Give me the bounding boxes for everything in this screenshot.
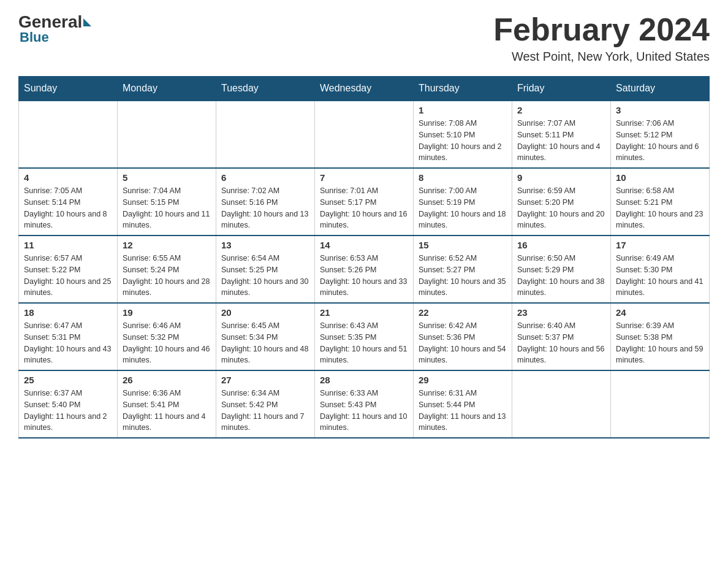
day-number: 18: [24, 307, 112, 318]
day-info: Sunrise: 6:46 AMSunset: 5:32 PMDaylight:…: [123, 320, 211, 366]
calendar-day-header: Tuesday: [216, 77, 315, 101]
calendar-header-row: SundayMondayTuesdayWednesdayThursdayFrid…: [19, 77, 710, 101]
calendar-cell: 1Sunrise: 7:08 AMSunset: 5:10 PMDaylight…: [414, 101, 512, 168]
day-number: 5: [123, 172, 211, 183]
day-number: 15: [419, 240, 507, 250]
calendar-cell: [315, 101, 414, 168]
calendar-cell: 10Sunrise: 6:58 AMSunset: 5:21 PMDayligh…: [611, 168, 710, 236]
calendar-cell: 11Sunrise: 6:57 AMSunset: 5:22 PMDayligh…: [19, 236, 118, 303]
day-info: Sunrise: 7:05 AMSunset: 5:14 PMDaylight:…: [24, 185, 112, 231]
calendar-cell: [611, 370, 710, 438]
day-number: 4: [24, 172, 112, 183]
day-info: Sunrise: 6:34 AMSunset: 5:42 PMDaylight:…: [221, 388, 309, 434]
calendar-cell: 28Sunrise: 6:33 AMSunset: 5:43 PMDayligh…: [315, 370, 414, 438]
calendar-cell: 19Sunrise: 6:46 AMSunset: 5:32 PMDayligh…: [118, 303, 216, 370]
day-number: 28: [320, 375, 408, 385]
calendar-day-header: Friday: [512, 77, 611, 101]
calendar-cell: 26Sunrise: 6:36 AMSunset: 5:41 PMDayligh…: [118, 370, 216, 438]
day-info: Sunrise: 6:45 AMSunset: 5:34 PMDaylight:…: [221, 320, 309, 366]
day-info: Sunrise: 6:39 AMSunset: 5:38 PMDaylight:…: [616, 320, 704, 366]
day-info: Sunrise: 6:40 AMSunset: 5:37 PMDaylight:…: [517, 320, 605, 366]
calendar-cell: [19, 101, 118, 168]
day-info: Sunrise: 6:52 AMSunset: 5:27 PMDaylight:…: [419, 253, 507, 299]
calendar-cell: 24Sunrise: 6:39 AMSunset: 5:38 PMDayligh…: [611, 303, 710, 370]
calendar-cell: [512, 370, 611, 438]
calendar-cell: 6Sunrise: 7:02 AMSunset: 5:16 PMDaylight…: [216, 168, 315, 236]
calendar-cell: 21Sunrise: 6:43 AMSunset: 5:35 PMDayligh…: [315, 303, 414, 370]
day-number: 19: [123, 307, 211, 318]
day-info: Sunrise: 6:36 AMSunset: 5:41 PMDaylight:…: [123, 388, 211, 434]
day-info: Sunrise: 6:42 AMSunset: 5:36 PMDaylight:…: [419, 320, 507, 366]
day-number: 17: [616, 240, 704, 250]
calendar-cell: 5Sunrise: 7:04 AMSunset: 5:15 PMDaylight…: [118, 168, 216, 236]
calendar-day-header: Wednesday: [315, 77, 414, 101]
calendar-table: SundayMondayTuesdayWednesdayThursdayFrid…: [18, 76, 710, 439]
day-number: 11: [24, 240, 112, 250]
logo-blue-text: Blue: [20, 29, 92, 45]
calendar-cell: 29Sunrise: 6:31 AMSunset: 5:44 PMDayligh…: [414, 370, 512, 438]
day-info: Sunrise: 7:08 AMSunset: 5:10 PMDaylight:…: [419, 118, 507, 164]
day-info: Sunrise: 6:33 AMSunset: 5:43 PMDaylight:…: [320, 388, 408, 434]
day-info: Sunrise: 6:55 AMSunset: 5:24 PMDaylight:…: [123, 253, 211, 299]
calendar-week-row: 1Sunrise: 7:08 AMSunset: 5:10 PMDaylight…: [19, 101, 710, 168]
day-number: 8: [419, 172, 507, 183]
calendar-week-row: 4Sunrise: 7:05 AMSunset: 5:14 PMDaylight…: [19, 168, 710, 236]
day-number: 20: [221, 307, 309, 318]
day-number: 9: [517, 172, 605, 183]
day-number: 24: [616, 307, 704, 318]
calendar-cell: 3Sunrise: 7:06 AMSunset: 5:12 PMDaylight…: [611, 101, 710, 168]
day-info: Sunrise: 6:43 AMSunset: 5:35 PMDaylight:…: [320, 320, 408, 366]
day-info: Sunrise: 6:53 AMSunset: 5:26 PMDaylight:…: [320, 253, 408, 299]
day-info: Sunrise: 6:54 AMSunset: 5:25 PMDaylight:…: [221, 253, 309, 299]
day-number: 13: [221, 240, 309, 250]
calendar-cell: 25Sunrise: 6:37 AMSunset: 5:40 PMDayligh…: [19, 370, 118, 438]
day-number: 14: [320, 240, 408, 250]
logo: General Blue: [18, 12, 92, 45]
calendar-week-row: 18Sunrise: 6:47 AMSunset: 5:31 PMDayligh…: [19, 303, 710, 370]
day-number: 2: [517, 105, 605, 115]
day-number: 27: [221, 375, 309, 385]
calendar-cell: 14Sunrise: 6:53 AMSunset: 5:26 PMDayligh…: [315, 236, 414, 303]
location-text: West Point, New York, United States: [493, 50, 710, 64]
calendar-cell: 20Sunrise: 6:45 AMSunset: 5:34 PMDayligh…: [216, 303, 315, 370]
calendar-cell: 9Sunrise: 6:59 AMSunset: 5:20 PMDaylight…: [512, 168, 611, 236]
calendar-cell: [118, 101, 216, 168]
day-info: Sunrise: 6:58 AMSunset: 5:21 PMDaylight:…: [616, 185, 704, 231]
calendar-cell: 15Sunrise: 6:52 AMSunset: 5:27 PMDayligh…: [414, 236, 512, 303]
day-number: 22: [419, 307, 507, 318]
day-number: 3: [616, 105, 704, 115]
calendar-week-row: 25Sunrise: 6:37 AMSunset: 5:40 PMDayligh…: [19, 370, 710, 438]
day-info: Sunrise: 6:47 AMSunset: 5:31 PMDaylight:…: [24, 320, 112, 366]
day-info: Sunrise: 6:50 AMSunset: 5:29 PMDaylight:…: [517, 253, 605, 299]
day-number: 26: [123, 375, 211, 385]
day-info: Sunrise: 6:49 AMSunset: 5:30 PMDaylight:…: [616, 253, 704, 299]
title-section: February 2024 West Point, New York, Unit…: [493, 12, 710, 64]
calendar-day-header: Saturday: [611, 77, 710, 101]
logo-arrow-icon: [83, 18, 91, 26]
calendar-cell: 16Sunrise: 6:50 AMSunset: 5:29 PMDayligh…: [512, 236, 611, 303]
day-info: Sunrise: 7:07 AMSunset: 5:11 PMDaylight:…: [517, 118, 605, 164]
day-number: 21: [320, 307, 408, 318]
calendar-cell: 23Sunrise: 6:40 AMSunset: 5:37 PMDayligh…: [512, 303, 611, 370]
day-info: Sunrise: 7:06 AMSunset: 5:12 PMDaylight:…: [616, 118, 704, 164]
calendar-cell: 7Sunrise: 7:01 AMSunset: 5:17 PMDaylight…: [315, 168, 414, 236]
day-number: 1: [419, 105, 507, 115]
day-info: Sunrise: 6:57 AMSunset: 5:22 PMDaylight:…: [24, 253, 112, 299]
calendar-day-header: Monday: [118, 77, 216, 101]
day-info: Sunrise: 6:31 AMSunset: 5:44 PMDaylight:…: [419, 388, 507, 434]
day-number: 10: [616, 172, 704, 183]
calendar-day-header: Sunday: [19, 77, 118, 101]
day-number: 16: [517, 240, 605, 250]
calendar-cell: 12Sunrise: 6:55 AMSunset: 5:24 PMDayligh…: [118, 236, 216, 303]
calendar-week-row: 11Sunrise: 6:57 AMSunset: 5:22 PMDayligh…: [19, 236, 710, 303]
calendar-cell: 22Sunrise: 6:42 AMSunset: 5:36 PMDayligh…: [414, 303, 512, 370]
day-number: 23: [517, 307, 605, 318]
day-number: 12: [123, 240, 211, 250]
calendar-cell: [216, 101, 315, 168]
page-header: General Blue February 2024 West Point, N…: [18, 12, 710, 64]
calendar-cell: 2Sunrise: 7:07 AMSunset: 5:11 PMDaylight…: [512, 101, 611, 168]
calendar-cell: 18Sunrise: 6:47 AMSunset: 5:31 PMDayligh…: [19, 303, 118, 370]
day-info: Sunrise: 7:01 AMSunset: 5:17 PMDaylight:…: [320, 185, 408, 231]
calendar-cell: 27Sunrise: 6:34 AMSunset: 5:42 PMDayligh…: [216, 370, 315, 438]
day-info: Sunrise: 7:04 AMSunset: 5:15 PMDaylight:…: [123, 185, 211, 231]
